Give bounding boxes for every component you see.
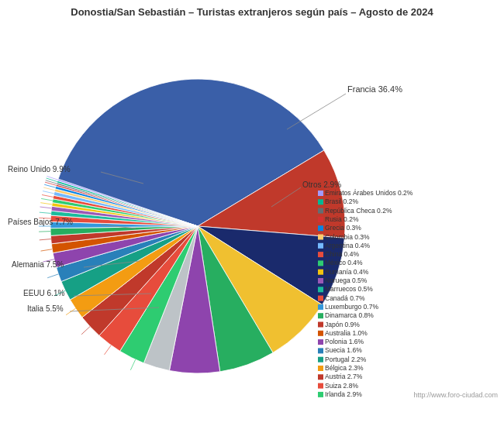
legend-color-box: [318, 270, 323, 275]
legend-label: Grecia 0.3%: [325, 224, 361, 232]
legend-color-box: [318, 191, 323, 196]
legend-color-box: [318, 199, 323, 204]
legend-color-box: [318, 287, 323, 292]
chart-area: Emiratos Árabes Unidos 0.2%Brasil 0.2%Re…: [0, 21, 504, 400]
legend-label: Marruecos 0.5%: [325, 285, 373, 293]
legend-color-box: [318, 304, 323, 310]
legend-leader-line: [45, 182, 56, 185]
legend-label: Suecia 1.6%: [325, 346, 362, 354]
legend-color-box: [318, 348, 323, 353]
legend-color-box: [318, 339, 323, 345]
legend-label: China 0.4%: [325, 250, 359, 258]
legend-label: Colombia 0.3%: [325, 233, 370, 241]
legend-leader-line: [43, 191, 54, 194]
slice-label-otros: Otros 2.9%: [302, 180, 341, 189]
legend-label: Australia 1.0%: [325, 329, 368, 337]
legend-leader-line: [40, 207, 52, 208]
legend-color-box: [318, 217, 323, 222]
legend-color-box: [318, 357, 323, 362]
legend-color-box: [318, 235, 323, 240]
legend-color-box: [318, 296, 323, 301]
slice-label-eeuu: EEUU 6.1%: [23, 289, 64, 297]
legend-leader-line: [81, 327, 90, 335]
legend-label: Luxemburgo 0.7%: [325, 303, 378, 311]
legend-leader-line: [40, 203, 52, 204]
pie-chart: Emiratos Árabes Unidos 0.2%Brasil 0.2%Re…: [0, 21, 504, 400]
legend-color-box: [318, 225, 323, 231]
legend-color-box: [318, 278, 323, 283]
slice-label-italia: Italia 5.5%: [27, 304, 64, 313]
legend-label: Rumanía 0.4%: [325, 268, 369, 276]
legend-leader-line: [41, 198, 53, 201]
legend-color-box: [318, 208, 323, 214]
legend-color-box: [318, 331, 323, 336]
legend-label: República Checa 0.2%: [325, 207, 392, 215]
legend-leader-line: [47, 274, 58, 278]
legend-label: Emiratos Árabes Unidos 0.2%: [325, 189, 413, 197]
legend-label: Austria 2.7%: [325, 373, 363, 380]
legend-label: Rusia 0.2%: [325, 215, 359, 223]
legend-label: Noruega 0.5%: [325, 277, 368, 284]
legend-leader-line: [47, 176, 57, 180]
legend-leader-line: [40, 239, 51, 240]
legend-leader-line: [39, 232, 50, 232]
legend-label: Bélgica 2.3%: [325, 364, 364, 372]
legend-label: Dinamarca 0.8%: [325, 311, 374, 319]
slice-label-paises-bajos: Países Bajos 7.7%: [8, 218, 73, 226]
legend-color-box: [318, 260, 323, 266]
legend-leader-line: [44, 184, 55, 187]
legend-color-box: [318, 366, 323, 371]
legend-label: Polonia 1.6%: [325, 338, 364, 345]
legend-color-box: [318, 322, 323, 328]
legend-leader-line: [42, 194, 54, 197]
legend-label: Portugal 2.2%: [325, 356, 367, 363]
svg-line-0: [287, 94, 346, 129]
legend-color-box: [318, 313, 323, 318]
legend-color-box: [318, 392, 323, 397]
legend-label: México 0.4%: [325, 259, 363, 266]
legend-color-box: [318, 243, 323, 249]
legend-label: Suiza 2.8%: [325, 382, 358, 390]
legend-label: Brasil 0.2%: [325, 198, 358, 205]
legend-color-box: [318, 252, 323, 257]
legend-label: Canadá 0.7%: [325, 294, 365, 302]
legend-label: Argentina 0.4%: [325, 242, 371, 249]
legend-color-box: [318, 374, 323, 380]
legend-leader-line: [43, 187, 55, 191]
slice-label-alemania: Alemania 7.5%: [12, 260, 64, 269]
legend-leader-line: [66, 308, 75, 314]
legend-label: Irlanda 2.9%: [325, 390, 362, 398]
legend-label: Japón 0.9%: [325, 321, 360, 328]
legend-leader-line: [105, 345, 112, 355]
legend-leader-line: [130, 359, 135, 370]
slice-label-reino-unido: Reino Unido 9.9%: [8, 165, 71, 173]
legend-color-box: [318, 383, 323, 389]
footer-url: http://www.foro-ciudad.com: [413, 391, 498, 399]
chart-title: Donostia/San Sebastián – Turistas extran…: [0, 0, 504, 21]
legend-leader-line: [41, 249, 53, 251]
slice-label-francia: Francia 36.4%: [347, 84, 402, 94]
legend-leader-line: [40, 212, 51, 213]
